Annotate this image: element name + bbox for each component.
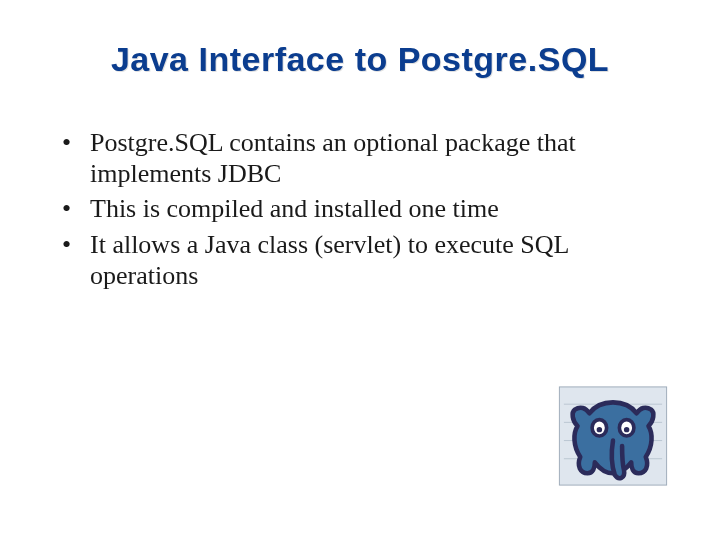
- bullet-item: This is compiled and installed one time: [56, 193, 670, 224]
- slide-title: Java Interface to Postgre.SQL: [50, 40, 670, 79]
- svg-point-8: [624, 427, 629, 432]
- svg-point-7: [597, 427, 602, 432]
- slide: Java Interface to Postgre.SQL Postgre.SQ…: [0, 0, 720, 540]
- bullet-list: Postgre.SQL contains an optional package…: [50, 127, 670, 291]
- bullet-item: It allows a Java class (servlet) to exec…: [56, 229, 670, 291]
- postgresql-logo-icon: [558, 386, 668, 486]
- bullet-item: Postgre.SQL contains an optional package…: [56, 127, 670, 189]
